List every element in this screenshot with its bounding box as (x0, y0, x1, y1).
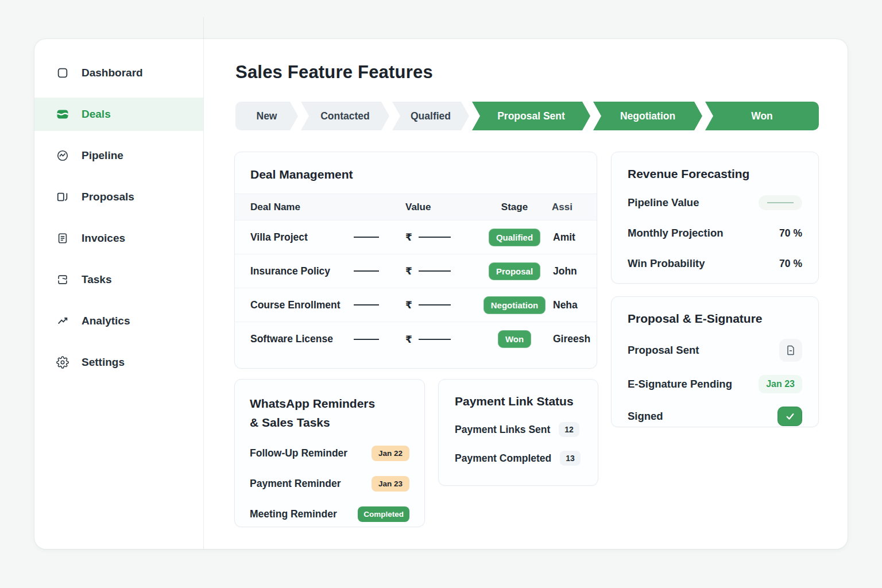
metric-row: Pipeline Value (628, 194, 802, 211)
redacted-line (354, 304, 379, 305)
deal-row[interactable]: Insurance Policy ₹ Proposal John (235, 254, 597, 288)
panel-title: Payment Link Status (455, 394, 582, 408)
status-label: E-Signature Pending (628, 378, 732, 390)
col-assignee: Assi (552, 202, 597, 213)
status-row: Proposal Sent (628, 339, 802, 362)
payment-stat-row: Payment Completed 13 (455, 451, 582, 466)
proposals-icon (56, 190, 69, 204)
currency-symbol: ₹ (405, 299, 412, 311)
metric-value: 70 % (779, 227, 802, 239)
payment-stat-row: Payment Links Sent 12 (455, 422, 582, 437)
stat-label: Payment Completed (455, 452, 551, 465)
panel-title: Revenue Forecasting (628, 167, 802, 181)
deal-table-header: Deal Name Value Stage Assi (235, 194, 597, 220)
count-badge: 12 (559, 422, 579, 437)
sidebar-item-label: Tasks (82, 273, 111, 286)
stage-badge: Won (498, 330, 531, 348)
redacted-line (419, 237, 451, 238)
stage-badge: Negotiation (483, 296, 546, 314)
redacted-line (419, 270, 451, 272)
deal-assignee: John (552, 265, 597, 277)
tasks-icon (56, 273, 69, 287)
deal-assignee: Neha (552, 299, 597, 311)
col-deal-name: Deal Name (250, 202, 354, 213)
status-row: E-Signature Pending Jan 23 (628, 375, 802, 393)
invoices-icon (56, 231, 69, 245)
deal-assignee: Amit (552, 231, 597, 243)
deal-management-panel: Deal Management Deal Name Value Stage As… (234, 152, 597, 369)
redacted-line (419, 339, 451, 340)
deal-name: Villa Project (250, 231, 354, 243)
sidebar-item-label: Invoices (82, 232, 125, 245)
deals-icon (56, 107, 69, 121)
sidebar: Dashborard Deals Pipeline Proposals Invo (34, 39, 204, 549)
sidebar-item-pipeline[interactable]: Pipeline (34, 139, 203, 172)
deal-name: Course Enrollment (250, 299, 354, 311)
panel-title: Proposal & E-Signature (628, 312, 802, 326)
metric-value: 70 % (779, 258, 802, 270)
app-window: Dashborard Deals Pipeline Proposals Invo (34, 39, 848, 549)
status-badge: Completed (358, 506, 409, 522)
stage-negotiation[interactable]: Negotiation (593, 102, 702, 130)
panel-title: WhatsApp Reminders & Sales Tasks (250, 394, 409, 432)
deal-row[interactable]: Villa Project ₹ Qualified Amit (235, 220, 597, 254)
metric-row: Monthly Projection 70 % (628, 225, 802, 242)
reminder-row: Follow-Up Reminder Jan 22 (250, 444, 409, 462)
reminder-label: Meeting Reminder (250, 508, 337, 520)
sidebar-item-proposals[interactable]: Proposals (34, 180, 203, 214)
document-icon[interactable] (779, 339, 802, 362)
dashboard-panels: Deal Management Deal Name Value Stage As… (235, 152, 819, 531)
sidebar-item-invoices[interactable]: Invoices (34, 222, 203, 255)
stage-contacted[interactable]: Contacted (301, 102, 389, 130)
deal-row[interactable]: Course Enrollment ₹ Negotiation Neha (235, 288, 597, 322)
status-label: Signed (628, 410, 663, 423)
redacted-value-pill (759, 195, 802, 210)
col-stage: Stage (501, 202, 528, 213)
stat-label: Payment Links Sent (455, 424, 550, 436)
signed-check-button[interactable] (777, 407, 802, 426)
page-title: Sales Feature Features (235, 62, 819, 83)
sidebar-item-label: Deals (82, 108, 111, 121)
deal-name: Insurance Policy (250, 265, 354, 277)
metric-label: Pipeline Value (628, 196, 699, 209)
dashboard-icon (56, 66, 69, 80)
sidebar-item-analytics[interactable]: Analytics (34, 304, 203, 338)
redacted-line (354, 339, 379, 340)
currency-symbol: ₹ (405, 265, 412, 277)
reminder-label: Payment Reminder (250, 478, 341, 490)
stage-proposal-sent[interactable]: Proposal Sent (472, 102, 590, 130)
reminder-row: Meeting Reminder Completed (250, 505, 409, 523)
sidebar-item-settings[interactable]: Settings (34, 346, 203, 379)
redacted-line (767, 202, 794, 203)
count-badge: 13 (560, 451, 581, 466)
currency-symbol: ₹ (405, 231, 412, 243)
redacted-line (419, 304, 451, 305)
date-badge: Jan 22 (372, 446, 409, 461)
deal-name: Software License (250, 333, 354, 345)
date-badge: Jan 23 (759, 375, 802, 393)
reminder-label: Follow-Up Reminder (250, 447, 347, 459)
sidebar-item-label: Pipeline (82, 149, 123, 162)
pipeline-icon (56, 149, 69, 163)
sidebar-item-label: Proposals (82, 191, 134, 203)
whatsapp-reminders-panel: WhatsApp Reminders & Sales Tasks Follow-… (234, 379, 425, 527)
deal-row[interactable]: Software License ₹ Won Gireesh (235, 322, 597, 356)
revenue-forecasting-panel: Revenue Forecasting Pipeline Value Month… (611, 152, 819, 284)
panel-title: Deal Management (250, 168, 581, 181)
stage-qualified[interactable]: Qualfied (392, 102, 469, 130)
stage-badge: Proposal (489, 262, 540, 280)
stage-won[interactable]: Won (705, 102, 819, 130)
sidebar-item-deals[interactable]: Deals (34, 98, 203, 131)
sidebar-item-dashboard[interactable]: Dashborard (34, 56, 203, 90)
check-icon (785, 411, 795, 421)
currency-symbol: ₹ (405, 334, 412, 345)
pipeline-stage-bar: New Contacted Qualfied Proposal Sent Neg… (235, 102, 819, 130)
sidebar-item-tasks[interactable]: Tasks (34, 263, 203, 296)
proposal-esignature-panel: Proposal & E-Signature Proposal Sent E-S… (611, 296, 819, 427)
sidebar-item-label: Dashborard (82, 67, 143, 79)
metric-row: Win Probability 70 % (628, 255, 802, 272)
settings-icon (56, 355, 69, 369)
stage-new[interactable]: New (235, 102, 298, 130)
metric-label: Monthly Projection (628, 227, 724, 239)
status-label: Proposal Sent (628, 344, 699, 357)
